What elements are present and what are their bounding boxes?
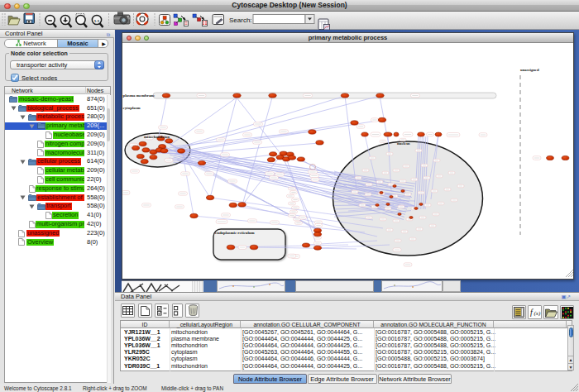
svg-text:cytoplasm: cytoplasm (123, 106, 141, 110)
svg-text:unassigned: unassigned (520, 67, 539, 71)
svg-text:mitochondrion: mitochondrion (144, 134, 170, 138)
svg-text:plasma membrane: plasma membrane (123, 93, 156, 98)
svg-text:nucleus: nucleus (397, 141, 410, 146)
svg-text:Search:: Search: (229, 17, 252, 24)
svg-text:(x): (x) (534, 310, 540, 317)
svg-text:endoplasmic reticulum: endoplasmic reticulum (215, 231, 255, 235)
svg-text:1:1: 1:1 (94, 19, 100, 23)
svg-text:f: f (530, 308, 534, 317)
